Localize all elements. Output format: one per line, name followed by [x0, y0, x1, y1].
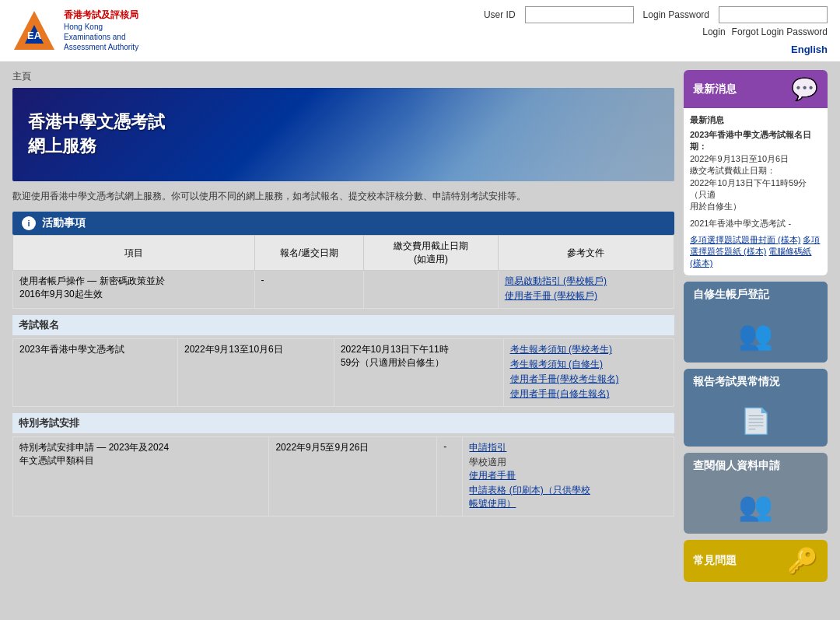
exam-doc-1[interactable]: 考生報考須知 (學校考生): [510, 343, 667, 356]
people-icon: 👥: [738, 319, 773, 352]
login-password-input[interactable]: [719, 6, 828, 23]
exam-fee: 2022年10月13日下午11時59分（只適用於自修生）: [334, 339, 503, 407]
special-date: 2022年9月5至9月26日: [269, 437, 437, 517]
row-docs: 簡易啟動指引 (學校帳戶) 使用者手冊 (學校帳戶): [498, 271, 674, 309]
exam-item: 2023年香港中學文憑考試: [13, 339, 178, 407]
special-table: 特別考試安排申請 — 2023年及2024年文憑試甲類科目 2022年9月5至9…: [12, 436, 674, 517]
logo-area: EA 香港考試及評核局 Hong Kong Examinations and A…: [12, 9, 138, 53]
personal-card-header: 查閱個人資料申請: [684, 453, 828, 479]
login-button[interactable]: Login: [702, 26, 725, 37]
news-subtitle: 最新消息: [690, 114, 821, 126]
lang-row: English: [791, 44, 828, 55]
doc-link-1[interactable]: 簡易啟動指引 (學校帳戶): [505, 275, 667, 288]
table-row: 使用者帳戶操作 — 新密碼政策並於2016年9月30起生效 - 簡易啟動指引 (…: [13, 271, 674, 309]
register-card[interactable]: 自修生帳戶登記 👥: [684, 282, 828, 363]
chat-icon: 💬: [791, 76, 818, 102]
col-date: 報名/遞交日期: [254, 236, 364, 271]
auth-area: User ID Login Password Login Forgot Logi…: [484, 6, 828, 55]
special-docs: 申請指引 學校適用 使用者手冊 申請表格 (印刷本)（只供學校帳號使用）: [463, 437, 674, 517]
exam-table: 2023年香港中學文憑考試 2022年9月13至10月6日 2022年10月13…: [12, 338, 674, 407]
special-doc-1[interactable]: 申請指引: [469, 441, 667, 454]
register-card-body: 👥: [684, 308, 828, 363]
faq-card-header: 常見問題 🔑: [684, 540, 828, 582]
breadcrumb: 主頁: [12, 70, 674, 83]
auth-links: Login Forgot Login Password: [702, 26, 828, 37]
report-card-header: 報告考試異常情況: [684, 369, 828, 395]
info-icon: i: [22, 216, 36, 230]
exam-docs: 考生報考須知 (學校考生) 考生報考須知 (自修生) 使用者手冊(學校考生報名)…: [503, 339, 674, 407]
hero-text: 香港中學文憑考試 網上服務: [28, 110, 165, 159]
hero-banner: 香港中學文憑考試 網上服務: [12, 88, 674, 181]
people-icon-2: 👥: [738, 490, 773, 523]
content-area: 主頁 香港中學文憑考試 網上服務 歡迎使用香港中學文憑考試網上服務。你可以使用不…: [12, 70, 674, 520]
exam-date: 2022年9月13至10月6日: [178, 339, 334, 407]
row-fee: [364, 271, 498, 309]
news-card-title: 最新消息: [693, 82, 737, 96]
report-card-body: 📄: [684, 395, 828, 447]
news-item-1: 2023年香港中學文憑考試報名日期： 2022年9月13日至10月6日 繳交考試…: [690, 129, 821, 213]
activities-table: 項目 報名/遞交日期 繳交費用截止日期(如適用) 參考文件 使用者帳戶操作 — …: [12, 235, 674, 309]
personal-card-body: 👥: [684, 479, 828, 534]
news-card-body: 最新消息 2023年香港中學文憑考試報名日期： 2022年9月13日至10月6日…: [684, 108, 828, 275]
special-item: 特別考試安排申請 — 2023年及2024年文憑試甲類科目: [13, 437, 269, 517]
doc-link-2[interactable]: 使用者手冊 (學校帳戶): [505, 289, 667, 303]
special-fee: -: [437, 437, 463, 517]
news-card-header: 最新消息 💬: [684, 70, 828, 108]
doc-icon: 📄: [740, 406, 772, 436]
exam-doc-4[interactable]: 使用者手冊(自修生報名): [510, 387, 667, 401]
col-fee: 繳交費用截止日期(如適用): [364, 236, 498, 271]
special-doc-2[interactable]: 使用者手冊: [469, 469, 667, 482]
register-card-header: 自修生帳戶登記: [684, 282, 828, 308]
user-id-input[interactable]: [525, 6, 634, 23]
faq-card[interactable]: 常見問題 🔑: [684, 540, 828, 582]
news-card[interactable]: 最新消息 💬 最新消息 2023年香港中學文憑考試報名日期： 2022年9月13…: [684, 70, 828, 275]
personal-card[interactable]: 查閱個人資料申請 👥: [684, 453, 828, 534]
logo-text: 香港考試及評核局 Hong Kong Examinations and Asse…: [64, 9, 138, 52]
exam-doc-2[interactable]: 考生報考須知 (自修生): [510, 358, 667, 371]
hero-image: [410, 88, 674, 181]
user-id-label: User ID: [484, 9, 516, 20]
auth-row: User ID Login Password: [484, 6, 828, 23]
english-lang-link[interactable]: English: [791, 44, 828, 55]
activities-header: i 活動事項: [12, 212, 674, 235]
main-wrapper: 主頁 香港中學文憑考試 網上服務 歡迎使用香港中學文憑考試網上服務。你可以使用不…: [0, 62, 840, 590]
table-row: 特別考試安排申請 — 2023年及2024年文憑試甲類科目 2022年9月5至9…: [13, 437, 674, 517]
row-item: 使用者帳戶操作 — 新密碼政策並於2016年9月30起生效: [13, 271, 255, 309]
school-label: 學校適用: [469, 457, 506, 468]
logo-icon: EA: [12, 9, 56, 53]
key-icon: 🔑: [787, 546, 818, 576]
personal-card-title: 查閱個人資料申請: [693, 459, 780, 473]
register-card-title: 自修生帳戶登記: [693, 288, 769, 302]
forgot-password-link[interactable]: Forgot Login Password: [732, 26, 828, 37]
sidebar: 最新消息 💬 最新消息 2023年香港中學文憑考試報名日期： 2022年9月13…: [684, 70, 828, 582]
special-doc-3[interactable]: 申請表格 (印刷本)（只供學校帳號使用）: [469, 484, 667, 510]
activities-title: 活動事項: [42, 216, 86, 230]
exam-doc-3[interactable]: 使用者手冊(學校考生報名): [510, 373, 667, 386]
news-link-1[interactable]: 多項選擇題試題冊封面 (樣本): [690, 235, 800, 244]
news-item-2: 2021年香港中學文憑考試 -: [690, 218, 821, 229]
login-password-label: Login Password: [643, 9, 709, 20]
logo-svg: EA: [12, 9, 56, 53]
row-date: -: [254, 271, 364, 309]
report-card-title: 報告考試異常情況: [693, 375, 780, 389]
col-docs: 參考文件: [498, 236, 674, 271]
col-item: 項目: [13, 236, 255, 271]
svg-text:EA: EA: [27, 30, 42, 41]
header: EA 香港考試及評核局 Hong Kong Examinations and A…: [0, 0, 840, 62]
welcome-text: 歡迎使用香港中學文憑考試網上服務。你可以使用不同的網上服務，如考試報名、提交校本…: [12, 189, 674, 204]
report-card[interactable]: 報告考試異常情況 📄: [684, 369, 828, 447]
table-row: 2023年香港中學文憑考試 2022年9月13至10月6日 2022年10月13…: [13, 339, 674, 407]
sub-heading-exam: 考試報名: [12, 315, 674, 335]
faq-card-title: 常見問題: [693, 554, 737, 568]
sub-heading-special: 特別考試安排: [12, 413, 674, 433]
